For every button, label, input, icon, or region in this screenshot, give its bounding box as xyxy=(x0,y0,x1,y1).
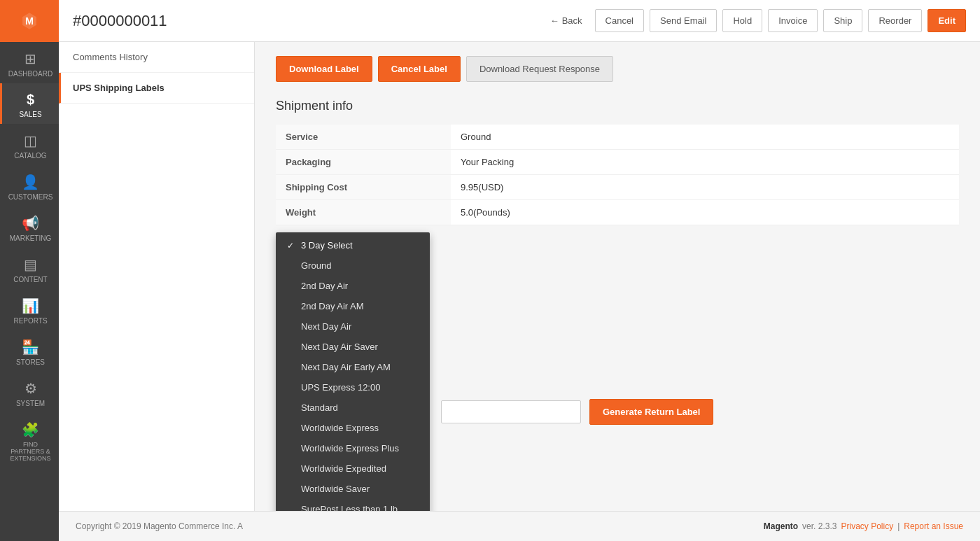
dropdown-item-label: Worldwide Express xyxy=(301,423,379,433)
sidebar-item-sales[interactable]: $ SALES xyxy=(0,83,59,124)
content-icon: ▤ xyxy=(24,256,37,273)
row-label: Service xyxy=(276,125,451,150)
service-row: ✓3 Day Select Ground 2nd Day Air 2nd Day… xyxy=(276,232,959,511)
hold-button[interactable]: Hold xyxy=(722,9,762,32)
sidebar-item-catalog[interactable]: ◫ CATALOG xyxy=(0,124,59,165)
find-partners-icon: 🧩 xyxy=(22,421,39,438)
return-label-row: Generate Return Label xyxy=(441,393,713,425)
dropdown-item-label: 2nd Day Air xyxy=(301,281,348,291)
footer: Copyright © 2019 Magento Commerce Inc. A… xyxy=(59,511,980,541)
dropdown-item-ground[interactable]: Ground xyxy=(276,255,430,276)
left-panel-item-ups[interactable]: UPS Shipping Labels xyxy=(59,73,254,104)
table-row: PackagingYour Packing xyxy=(276,150,959,175)
sidebar-item-find-partners[interactable]: 🧩 FIND PARTNERS & EXTENSIONS xyxy=(0,413,59,468)
download-request-button[interactable]: Download Request Response xyxy=(466,56,613,82)
main-area: #0000000011 ← Back Cancel Send Email Hol… xyxy=(59,0,980,541)
edit-button[interactable]: Edit xyxy=(927,9,966,32)
action-buttons-row: Download Label Cancel Label Download Req… xyxy=(276,56,959,82)
table-row: ServiceGround xyxy=(276,125,959,150)
report-issue-link[interactable]: Report an Issue xyxy=(904,521,963,531)
dashboard-icon: ⊞ xyxy=(24,50,36,67)
dropdown-item-label: SurePost Less than 1 lb xyxy=(301,504,398,511)
row-value: 9.95(USD) xyxy=(451,175,959,200)
table-row: Shipping Cost9.95(USD) xyxy=(276,175,959,200)
reorder-button[interactable]: Reorder xyxy=(868,9,922,32)
dropdown-item-label: Next Day Air xyxy=(301,321,351,332)
sidebar-item-dashboard[interactable]: ⊞ DASHBOARD xyxy=(0,42,59,83)
svg-text:M: M xyxy=(25,15,34,27)
dropdown-item-label: Worldwide Saver xyxy=(301,484,370,494)
table-row: Weight5.0(Pounds) xyxy=(276,200,959,225)
dropdown-item-3-day-select[interactable]: ✓3 Day Select xyxy=(276,235,430,255)
topbar-actions: ← Back Cancel Send Email Hold Invoice Sh… xyxy=(543,9,966,32)
topbar: #0000000011 ← Back Cancel Send Email Hol… xyxy=(59,0,980,42)
sidebar-item-reports[interactable]: 📊 REPORTS xyxy=(0,289,59,330)
cancel-label-button[interactable]: Cancel Label xyxy=(378,56,461,82)
footer-right: Magento ver. 2.3.3 Privacy Policy | Repo… xyxy=(764,521,963,531)
dropdown-item-2nd-day-air[interactable]: 2nd Day Air xyxy=(276,276,430,296)
sidebar-item-content[interactable]: ▤ CONTENT xyxy=(0,248,59,289)
stores-icon: 🏪 xyxy=(22,339,39,356)
dropdown-item-worldwide-express-plus[interactable]: Worldwide Express Plus xyxy=(276,438,430,458)
row-value: Your Packing xyxy=(451,150,959,175)
dropdown-item-label: Ground xyxy=(301,260,331,271)
dropdown-item-ups-express-1200[interactable]: UPS Express 12:00 xyxy=(276,377,430,398)
return-label-input[interactable] xyxy=(441,400,581,423)
sidebar-item-system[interactable]: ⚙ SYSTEM xyxy=(0,372,59,413)
sidebar-item-stores[interactable]: 🏪 STORES xyxy=(0,330,59,372)
dropdown-item-next-day-air-early-am[interactable]: Next Day Air Early AM xyxy=(276,357,430,377)
dropdown-item-next-day-air[interactable]: Next Day Air xyxy=(276,316,430,337)
reports-icon: 📊 xyxy=(22,297,39,314)
privacy-policy-link[interactable]: Privacy Policy xyxy=(841,521,893,531)
service-dropdown[interactable]: ✓3 Day Select Ground 2nd Day Air 2nd Day… xyxy=(276,232,430,511)
footer-separator: | xyxy=(897,521,899,531)
sidebar: M ⊞ DASHBOARD $ SALES ◫ CATALOG 👤 CUSTOM… xyxy=(0,0,59,541)
dropdown-item-label: Next Day Air Early AM xyxy=(301,362,391,372)
send-email-button[interactable]: Send Email xyxy=(650,9,717,32)
row-label: Weight xyxy=(276,200,451,225)
ship-button[interactable]: Ship xyxy=(823,9,862,32)
dropdown-item-standard[interactable]: Standard xyxy=(276,398,430,418)
invoice-button[interactable]: Invoice xyxy=(768,9,818,32)
row-value: 5.0(Pounds) xyxy=(451,200,959,225)
system-icon: ⚙ xyxy=(24,380,37,397)
dropdown-item-label: Standard xyxy=(301,402,338,413)
generate-return-label-button[interactable]: Generate Return Label xyxy=(589,399,713,425)
back-arrow-icon: ← xyxy=(550,15,559,26)
dropdown-item-label: UPS Express 12:00 xyxy=(301,382,380,393)
dropdown-item-label: 2nd Day Air AM xyxy=(301,301,364,311)
customers-icon: 👤 xyxy=(22,174,39,190)
dropdown-item-label: Next Day Air Saver xyxy=(301,342,378,352)
row-label: Shipping Cost xyxy=(276,175,451,200)
row-value: Ground xyxy=(451,125,959,150)
dropdown-item-label: 3 Day Select xyxy=(301,240,353,251)
content-area: Comments History UPS Shipping Labels Dow… xyxy=(59,42,980,511)
dropdown-item-2nd-day-air-am[interactable]: 2nd Day Air AM xyxy=(276,296,430,316)
footer-version: ver. 2.3.3 xyxy=(802,521,836,531)
page-title: #0000000011 xyxy=(73,12,543,30)
section-title-shipment: Shipment info xyxy=(276,99,959,113)
right-panel: Download Label Cancel Label Download Req… xyxy=(255,42,980,511)
back-button[interactable]: ← Back xyxy=(543,11,589,30)
dropdown-item-worldwide-saver[interactable]: Worldwide Saver xyxy=(276,479,430,499)
left-panel-item-comments[interactable]: Comments History xyxy=(59,42,254,73)
shipment-info-table: ServiceGroundPackagingYour PackingShippi… xyxy=(276,125,959,225)
dropdown-item-next-day-air-saver[interactable]: Next Day Air Saver xyxy=(276,337,430,357)
cancel-button[interactable]: Cancel xyxy=(595,9,644,32)
check-mark-icon: ✓ xyxy=(287,241,295,251)
footer-copyright: Copyright © 2019 Magento Commerce Inc. A xyxy=(76,521,243,531)
sidebar-logo: M xyxy=(0,0,59,42)
dropdown-item-surepost-less-1lb[interactable]: SurePost Less than 1 lb xyxy=(276,499,430,511)
dropdown-item-worldwide-expedited[interactable]: Worldwide Expedited xyxy=(276,458,430,479)
download-label-button[interactable]: Download Label xyxy=(276,56,372,82)
dropdown-item-label: Worldwide Express Plus xyxy=(301,443,399,454)
dropdown-item-worldwide-express[interactable]: Worldwide Express xyxy=(276,418,430,438)
catalog-icon: ◫ xyxy=(24,132,37,149)
sidebar-item-customers[interactable]: 👤 CUSTOMERS xyxy=(0,165,59,206)
footer-brand: Magento xyxy=(764,521,798,531)
marketing-icon: 📢 xyxy=(22,215,39,232)
sidebar-item-marketing[interactable]: 📢 MARKETING xyxy=(0,206,59,248)
dropdown-item-label: Worldwide Expedited xyxy=(301,463,386,474)
left-panel: Comments History UPS Shipping Labels xyxy=(59,42,255,511)
sales-icon: $ xyxy=(27,92,34,108)
